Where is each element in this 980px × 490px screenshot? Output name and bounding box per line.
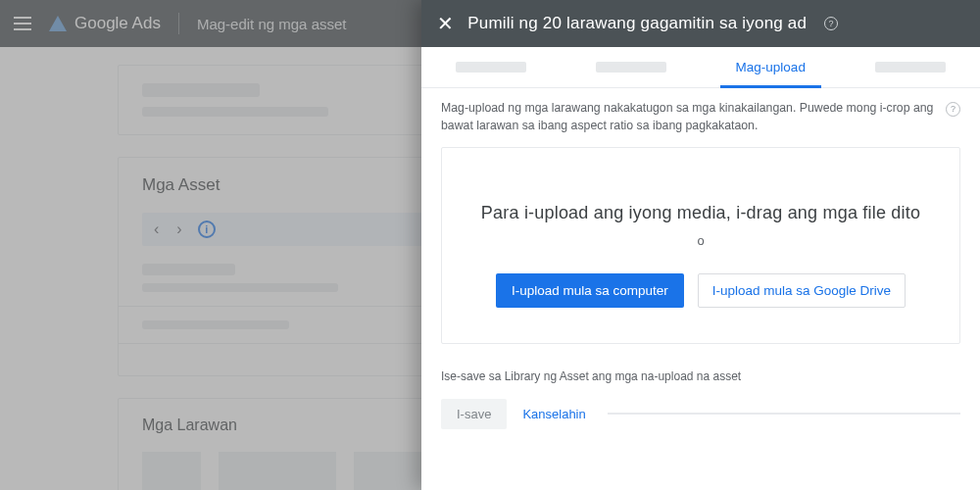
info-icon[interactable]: i: [198, 220, 216, 238]
help-icon[interactable]: ?: [946, 102, 960, 117]
upload-description: Mag-upload ng mga larawang nakakatugon s…: [441, 100, 934, 135]
save-button[interactable]: I-save: [441, 399, 507, 429]
product-name: Google Ads: [74, 14, 161, 33]
upload-dropzone[interactable]: Para i-upload ang iyong media, i-drag an…: [441, 147, 960, 344]
close-icon[interactable]: ✕: [437, 14, 454, 33]
ads-logo-icon: [49, 16, 67, 31]
tab-placeholder-1[interactable]: [421, 47, 562, 87]
image-thumb[interactable]: [219, 452, 336, 490]
upload-from-drive-button[interactable]: I-upload mula sa Google Drive: [698, 273, 906, 308]
panel-actions: I-save Kanselahin: [421, 393, 980, 445]
product-logo: Google Ads: [49, 14, 161, 33]
upload-description-row: Mag-upload ng mga larawang nakakatugon s…: [421, 88, 980, 145]
tab-placeholder-2[interactable]: [562, 47, 702, 87]
breadcrumb: Mag-edit ng mga asset: [197, 16, 347, 32]
tabs: Mag-upload: [421, 47, 980, 88]
image-picker-panel: ✕ Pumili ng 20 larawang gagamitin sa iyo…: [421, 0, 980, 490]
tab-upload[interactable]: Mag-upload: [701, 47, 841, 87]
chevron-right-icon[interactable]: ›: [174, 220, 183, 238]
menu-icon[interactable]: [14, 17, 31, 30]
divider: [178, 13, 179, 34]
cancel-link[interactable]: Kanselahin: [522, 407, 585, 421]
panel-title: Pumili ng 20 larawang gagamitin sa iyong…: [467, 14, 807, 33]
save-note: Ise-save sa Library ng Asset ang mga na-…: [421, 344, 980, 393]
upload-from-computer-button[interactable]: I-upload mula sa computer: [496, 273, 684, 308]
dropzone-headline: Para i-upload ang iyong media, i-drag an…: [462, 203, 940, 223]
dropzone-buttons: I-upload mula sa computer I-upload mula …: [462, 273, 940, 308]
chevron-left-icon[interactable]: ‹: [152, 220, 161, 238]
tab-placeholder-3[interactable]: [841, 47, 981, 87]
dropzone-or: o: [462, 233, 940, 248]
tab-upload-label: Mag-upload: [736, 60, 806, 74]
panel-header: ✕ Pumili ng 20 larawang gagamitin sa iyo…: [421, 0, 980, 47]
help-icon[interactable]: ?: [824, 17, 838, 30]
progress-bar: [608, 413, 960, 415]
image-thumb[interactable]: [142, 452, 201, 490]
